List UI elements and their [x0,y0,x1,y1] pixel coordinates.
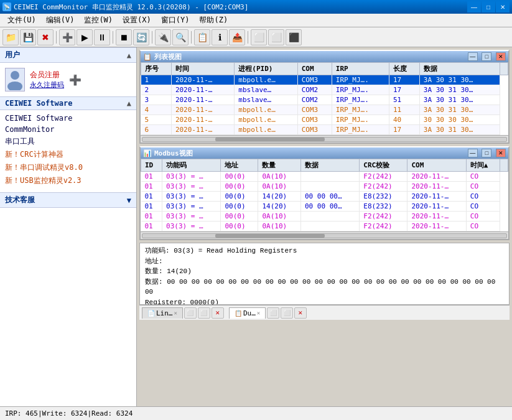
window2-button[interactable]: ⬜ [268,29,284,45]
connect-button[interactable]: 🔌 [155,29,171,45]
modbus-table-row[interactable]: 0103(3) = …00(0)14(20)00 00 00…E8(232)20… [141,192,508,202]
add-user-button[interactable]: ➕ [69,74,81,86]
menu-monitor[interactable]: 监控(W) [79,14,118,27]
list-table-cell: IRP_MJ…. [332,85,389,95]
search-button[interactable]: 🔍 [172,29,189,45]
user-avatar-icon [5,68,25,91]
add-button[interactable]: ➕ [59,29,75,45]
tab-lin-close[interactable]: ✕ [174,310,177,316]
mcol-data: 数据 [300,159,359,172]
tab-lin-label: Lin… [156,309,173,317]
modbus-table-cell [300,212,359,222]
status-text: IRP: 465|Write: 6324|Read: 6324 [5,409,133,418]
list-table-cell: 4 [141,105,172,115]
modbus-table-row[interactable]: 0103(3) = …00(0)0A(10)F2(242)2020-11-…CO [141,222,508,231]
modbus-table-row[interactable]: 0103(3) = …00(0)0A(10)F2(242)2020-11-…CO [141,182,508,192]
app-icon: 📡 [2,2,11,11]
modbus-table-cell: 01 [141,192,162,202]
mcol-addr: 地址 [221,159,258,172]
list-table-container[interactable]: 序号 时间 进程(PID) COM IRP 长度 数据 12020- [141,62,508,135]
modbus-horiz-scroll[interactable] [141,231,508,239]
modbus-table-cell: 01 [141,212,162,222]
menu-edit[interactable]: 编辑(V) [41,14,80,27]
modbus-table-cell: 0A(10) [258,182,301,192]
list-table-row[interactable]: 42020-11-…mbpoll.e…COM3IRP_MJ….113A 30 3… [141,105,508,115]
list-table-row[interactable]: 22020-11-…mbslave…COM2IRP_MJ….173A 30 31… [141,85,508,95]
maximize-button[interactable]: □ [482,1,495,12]
list-table-cell: 3A 30 31 30… [419,105,500,115]
modbus-panel: 📊 Modbus视图 — □ ✕ ID 功能码 地址 [139,146,510,240]
export-button[interactable]: 📤 [229,29,245,45]
list-table-cell: 2020-11-… [171,125,234,135]
tab-close-1[interactable]: ✕ [212,307,224,319]
modbus-table-cell: F2(242) [360,182,407,192]
modbus-restore-button[interactable]: □ [482,149,491,157]
tab-btn-1[interactable]: ⬜ [184,307,197,319]
modbus-panel-titlebar: 📊 Modbus视图 — □ ✕ [141,147,508,159]
stop2-button[interactable]: ⏹ [116,29,132,45]
tab-btn-2[interactable]: ⬜ [198,307,210,319]
list-table-row[interactable]: 52020-11-…mbpoll.e…COM3IRP_MJ….4030 30 3… [141,115,508,125]
list-table-cell: COM2 [297,85,332,95]
tab-du-close[interactable]: ✕ [257,310,260,316]
open-button[interactable]: 📁 [2,29,19,45]
tab-lin[interactable]: 📄 Lin… ✕ [142,307,183,319]
list-table-row[interactable]: 12020-11-…mbpoll.e…COM3IRP_MJ….173A 30 3… [141,75,508,85]
list-restore-button[interactable]: □ [482,52,491,61]
mcol-crc: CRC校验 [360,159,407,172]
modbus-table-row[interactable]: 0103(3) = …00(0)0A(10)F2(242)2020-11-…CO [141,172,508,182]
modbus-table-cell: 14(20) [258,192,301,202]
modbus-panel-content: ID 功能码 地址 数量 数据 CRC校验 COM 时间▲ [141,159,508,239]
tab-btn-4[interactable]: ⬜ [281,307,293,319]
save-button[interactable]: 💾 [20,29,36,45]
tab-du-label: Du… [243,309,256,317]
modbus-table-row[interactable]: 0103(3) = …00(0)14(20)00 00 00…E8(232)20… [141,202,508,212]
sidebar-link-commmonitor[interactable]: CommMonitor [5,124,131,135]
pause-button[interactable]: ⏸ [94,29,110,45]
list-table-cell: 51 [389,95,419,105]
list-table-cell: COM3 [297,125,332,135]
sidebar-link-usb[interactable]: 新！USB监控精灵v2.3 [5,174,131,187]
modbus-close-button[interactable]: ✕ [496,149,506,157]
sidebar-tech-toggle[interactable]: ▼ [127,196,131,205]
close-button[interactable]: ✕ [496,1,510,12]
stop-button[interactable]: ✖ [37,29,54,45]
sidebar-link-crc[interactable]: 新！CRC计算神器 [5,148,131,161]
menu-file[interactable]: 文件(U) [2,14,41,27]
refresh-button[interactable]: 🔄 [133,29,149,45]
list-table-cell: IRP_MJ…. [332,95,389,105]
info-button[interactable]: ℹ [212,29,228,45]
modbus-table-row[interactable]: 0103(3) = …00(0)0A(10)F2(242)2020-11-…CO [141,212,508,222]
modbus-minimize-button[interactable]: — [468,149,478,157]
tab-close-2[interactable]: ✕ [294,307,307,319]
list-table-cell: mbpoll.e… [235,115,297,125]
list-table-row[interactable]: 62020-11-…mbpoll.e…COM3IRP_MJ….173A 30 3… [141,125,508,135]
list-minimize-button[interactable]: — [468,52,478,61]
list-close-button[interactable]: ✕ [496,52,506,61]
list-table-cell: COM3 [297,75,332,85]
window1-button[interactable]: ⬜ [251,29,267,45]
tab-du[interactable]: 📋 Du… ✕ [229,307,266,319]
window3-button[interactable]: ⬛ [286,29,302,45]
menu-window[interactable]: 窗口(Y) [156,14,195,27]
sidebar-link-serial[interactable]: 串口工具 [5,135,131,148]
minimize-button[interactable]: — [467,1,481,12]
list-table-row[interactable]: 32020-11-…mbslave…COM2IRP_MJ….513A 30 31… [141,95,508,105]
play-button[interactable]: ▶ [77,29,93,45]
info-line: 功能码: 03(3) = Read Holding Registers [145,246,504,256]
sidebar-user-toggle[interactable]: ▲ [127,51,131,60]
tab-btn-3[interactable]: ⬜ [267,307,279,319]
register-label[interactable]: 会员注册 [30,70,64,80]
modbus-table-container[interactable]: ID 功能码 地址 数量 数据 CRC校验 COM 时间▲ [141,159,508,231]
modbus-table-cell [300,172,359,182]
list-horiz-scroll[interactable] [141,135,508,142]
sidebar-software-toggle[interactable]: ▲ [127,99,131,108]
menu-settings[interactable]: 设置(X) [118,14,156,27]
modbus-table-cell: 00(0) [221,202,258,212]
sidebar-link-ceiwei[interactable]: CEIWEI Software [5,113,131,124]
menu-help[interactable]: 帮助(Z) [194,14,233,27]
sidebar-link-serial2[interactable]: 新！串口调试精灵v8.0 [5,161,131,174]
list-button[interactable]: 📋 [194,29,210,45]
register-code[interactable]: 永久注册码 [30,80,64,90]
list-table-cell: COM2 [297,95,332,105]
